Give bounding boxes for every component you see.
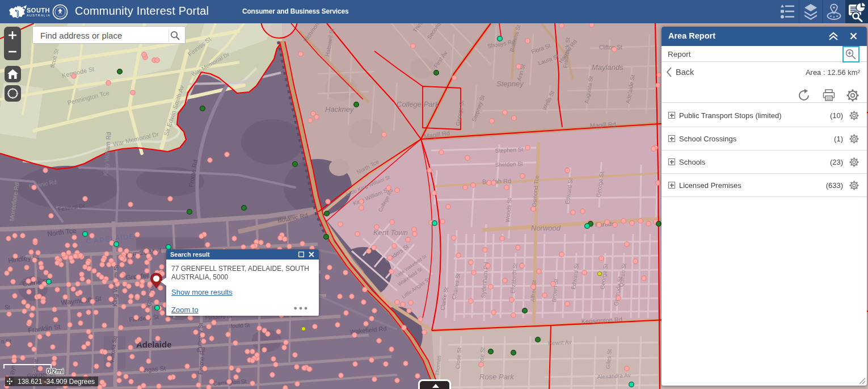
svg-text:College Park: College Park	[397, 100, 440, 108]
svg-text:e Parade: e Parade	[589, 220, 615, 228]
svg-text:Clifton St: Clifton St	[599, 44, 622, 51]
svg-text:Adelaide: Adelaide	[136, 340, 172, 349]
svg-text:Kent Town: Kent Town	[373, 228, 408, 237]
svg-text:Magill Rd: Magill Rd	[589, 121, 616, 129]
svg-text:Rose Park: Rose Park	[479, 373, 515, 381]
svg-text:Maylands: Maylands	[592, 63, 623, 72]
svg-text:Hewitt Av: Hewitt Av	[548, 339, 572, 346]
svg-text:St: St	[5, 304, 10, 311]
svg-text:Norwood: Norwood	[531, 224, 561, 232]
svg-text:Beulah Rd: Beulah Rd	[482, 177, 512, 185]
svg-text:Hackney: Hackney	[325, 105, 355, 114]
